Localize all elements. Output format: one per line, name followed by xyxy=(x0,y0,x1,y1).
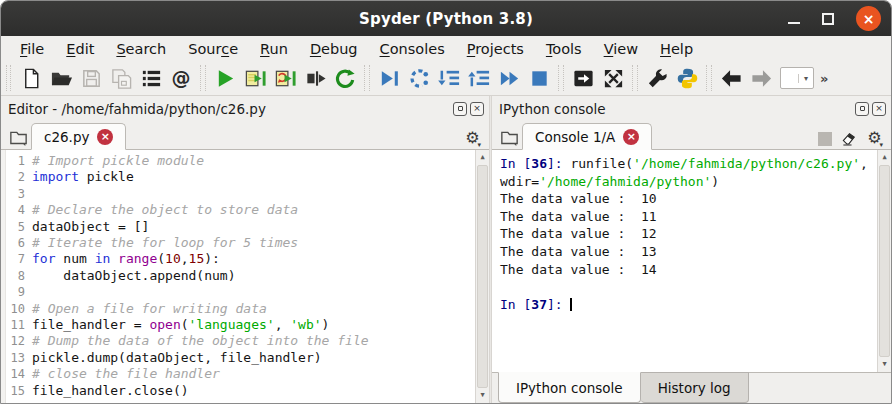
menu-bar: FileEditSearchSourceRunDebugConsolesProj… xyxy=(1,36,891,61)
run-cell-button[interactable] xyxy=(240,63,270,93)
menu-item-view[interactable]: View xyxy=(593,39,649,59)
line-number: 7 xyxy=(6,251,32,267)
menu-item-search[interactable]: Search xyxy=(105,39,177,59)
step-return-button[interactable] xyxy=(464,63,494,93)
editor-options-button[interactable]: ⚙▾ xyxy=(465,128,481,149)
save-all-button[interactable] xyxy=(106,63,136,93)
maximize-pane-icon xyxy=(572,67,595,90)
toolbar-separator xyxy=(632,65,638,91)
save-all-icon xyxy=(110,67,133,90)
save-icon xyxy=(80,67,103,90)
browse-tabs-button[interactable] xyxy=(5,125,31,149)
editor-tab-c26[interactable]: c26.py × xyxy=(31,123,126,150)
menu-item-edit[interactable]: Edit xyxy=(55,39,105,59)
menu-item-projects[interactable]: Projects xyxy=(456,39,535,59)
toolbar-separator xyxy=(364,65,370,91)
menu-item-run[interactable]: Run xyxy=(249,39,299,59)
undock-pane-icon[interactable] xyxy=(453,102,467,116)
maximize-button[interactable] xyxy=(822,13,834,25)
close-tab-icon[interactable]: × xyxy=(97,129,113,145)
close-pane-icon[interactable]: × xyxy=(872,102,886,116)
line-number: 1 xyxy=(6,153,32,169)
plugin-tab-bar: IPython console History log xyxy=(492,372,891,403)
window-title: Spyder (Python 3.8) xyxy=(1,10,891,28)
code-line: 6# Iterate the for loop for 5 times xyxy=(6,235,475,251)
eraser-icon[interactable] xyxy=(841,131,858,146)
close-button[interactable]: × xyxy=(856,6,881,31)
fullscreen-button[interactable] xyxy=(598,63,628,93)
python-logo-icon xyxy=(676,67,699,90)
console-output-area[interactable]: In [36]: runfile('/home/fahmida/python/c… xyxy=(492,150,891,372)
editor-scrollbar[interactable]: ▲ ▼ xyxy=(475,150,489,403)
run-file-button[interactable] xyxy=(210,63,240,93)
scrollbar-thumb[interactable] xyxy=(879,165,890,357)
console-options-button[interactable]: ⚙▾ xyxy=(867,128,883,149)
editor-tab-label: c26.py xyxy=(44,129,89,145)
console-scrollbar[interactable]: ▲ ▼ xyxy=(877,150,891,372)
chevron-down-icon: ▾ xyxy=(879,141,883,149)
tab-ipython-console[interactable]: IPython console xyxy=(498,372,641,403)
open-file-button[interactable] xyxy=(46,63,76,93)
minimize-button[interactable] xyxy=(788,22,800,24)
find-symbols-button[interactable]: @ xyxy=(166,63,196,93)
step-over-button[interactable] xyxy=(404,63,434,93)
console-line: In [36]: runfile('/home/fahmida/python/c… xyxy=(500,155,877,173)
scroll-down-icon[interactable]: ▼ xyxy=(476,389,489,402)
console-tab-1a[interactable]: Console 1/A × xyxy=(522,123,652,150)
undock-pane-icon[interactable] xyxy=(855,102,869,116)
forward-button[interactable] xyxy=(746,63,776,93)
line-number: 6 xyxy=(6,235,32,251)
scroll-down-icon[interactable]: ▼ xyxy=(878,358,891,371)
save-file-button[interactable] xyxy=(76,63,106,93)
console-line xyxy=(500,278,877,296)
console-line: The data value : 12 xyxy=(500,225,877,243)
open-folder-icon xyxy=(50,67,73,90)
menu-item-debug[interactable]: Debug xyxy=(299,39,369,59)
continue-execution-button[interactable] xyxy=(494,63,524,93)
menu-item-consoles[interactable]: Consoles xyxy=(369,39,456,59)
folder-icon xyxy=(500,129,519,146)
title-bar[interactable]: Spyder (Python 3.8) × xyxy=(1,1,891,36)
line-number: 14 xyxy=(6,366,32,382)
file-switcher-button[interactable] xyxy=(136,63,166,93)
rerun-cell-advance-button[interactable] xyxy=(270,63,300,93)
stop-debugging-button[interactable] xyxy=(524,63,554,93)
browse-tabs-button[interactable] xyxy=(496,125,522,149)
close-tab-icon[interactable]: × xyxy=(623,129,639,145)
interrupt-kernel-icon[interactable] xyxy=(818,132,832,146)
rerun-script-button[interactable] xyxy=(330,63,360,93)
code-line: 5dataObject = [] xyxy=(6,219,475,235)
line-number: 10 xyxy=(6,301,32,317)
close-pane-icon[interactable]: × xyxy=(470,102,484,116)
run-cell-icon xyxy=(244,67,267,90)
editor-tab-bar: c26.py × ⚙▾ xyxy=(1,121,489,150)
forward-arrow-icon xyxy=(750,67,773,90)
console-line: In [37]: xyxy=(500,296,877,314)
line-number: 5 xyxy=(6,219,32,235)
menu-item-tools[interactable]: Tools xyxy=(535,39,593,59)
cursor-position-dropdown[interactable]: ▾ xyxy=(780,67,814,89)
debug-file-button[interactable] xyxy=(374,63,404,93)
maximize-pane-button[interactable] xyxy=(568,63,598,93)
code-line: 2import pickle xyxy=(6,169,475,185)
menu-item-source[interactable]: Source xyxy=(177,39,249,59)
menu-item-file[interactable]: File xyxy=(9,39,55,59)
scroll-up-icon[interactable]: ▲ xyxy=(476,151,489,164)
toolbar: @ xyxy=(1,61,891,96)
tab-history-log[interactable]: History log xyxy=(641,372,749,403)
toolbar-overflow-button[interactable]: » xyxy=(820,71,828,86)
line-number: 9 xyxy=(6,284,32,300)
step-into-button[interactable] xyxy=(434,63,464,93)
new-file-icon xyxy=(20,67,43,90)
new-file-button[interactable] xyxy=(16,63,46,93)
run-selection-button[interactable] xyxy=(300,63,330,93)
scroll-up-icon[interactable]: ▲ xyxy=(878,151,891,164)
python-path-manager-button[interactable] xyxy=(672,63,702,93)
toolbar-separator xyxy=(706,65,712,91)
menu-item-help[interactable]: Help xyxy=(649,39,704,59)
preferences-button[interactable] xyxy=(642,63,672,93)
console-line: The data value : 10 xyxy=(500,190,877,208)
editor-code-area[interactable]: 1# Import pickle module2import pickle3 4… xyxy=(1,150,489,403)
scrollbar-thumb[interactable] xyxy=(477,165,488,388)
back-button[interactable] xyxy=(716,63,746,93)
